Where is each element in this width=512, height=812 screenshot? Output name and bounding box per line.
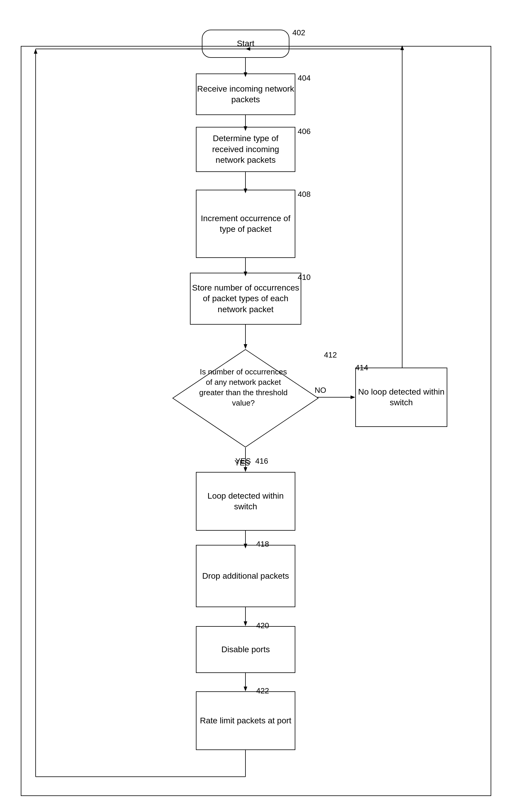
label-422: Rate limit packets at port: [200, 715, 291, 726]
ref-408: 408: [298, 190, 311, 199]
label-418: Drop additional packets: [202, 571, 289, 581]
ref-410: 410: [298, 273, 311, 282]
ref-422: 422: [256, 686, 269, 695]
ref-404: 404: [298, 74, 311, 83]
label-416: Loop detected within switch: [196, 491, 295, 512]
ref-416-indicator: 416: [255, 457, 268, 466]
node-416: Loop detected within switch: [196, 472, 295, 531]
label-406: Determine type of received incoming netw…: [196, 133, 295, 166]
node-414: No loop detected within switch: [355, 368, 447, 427]
node-422: Rate limit packets at port: [196, 691, 295, 750]
ref-420: 420: [256, 621, 269, 630]
diamond-svg: Is number of occurrences of any network …: [172, 349, 319, 448]
ref-start: 402: [292, 28, 305, 37]
node-406: Determine type of received incoming netw…: [196, 127, 295, 172]
node-418: Drop additional packets: [196, 545, 295, 607]
node-404: Receive incoming network packets: [196, 74, 295, 115]
yes-label: YES: [235, 457, 251, 466]
node-410: Store number of occurrences of packet ty…: [190, 273, 301, 325]
label-420: Disable ports: [221, 644, 270, 655]
label-410: Store number of occurrences of packet ty…: [191, 283, 301, 315]
node-408: Increment occurrence of type of packet: [196, 190, 295, 258]
start-node: Start: [202, 30, 289, 58]
node-420: Disable ports: [196, 626, 295, 673]
ref-406: 406: [298, 127, 311, 136]
ref-412: 412: [324, 350, 337, 359]
label-404: Receive incoming network packets: [196, 84, 295, 105]
label-414: No loop detected within switch: [356, 386, 447, 408]
node-412-container: Is number of occurrences of any network …: [172, 349, 319, 448]
flowchart-diagram: NO YES Start 402 Rec: [0, 0, 512, 812]
label-408: Increment occurrence of type of packet: [196, 213, 295, 235]
start-label: Start: [237, 38, 254, 49]
ref-414: 414: [355, 363, 368, 372]
ref-418: 418: [256, 540, 269, 549]
